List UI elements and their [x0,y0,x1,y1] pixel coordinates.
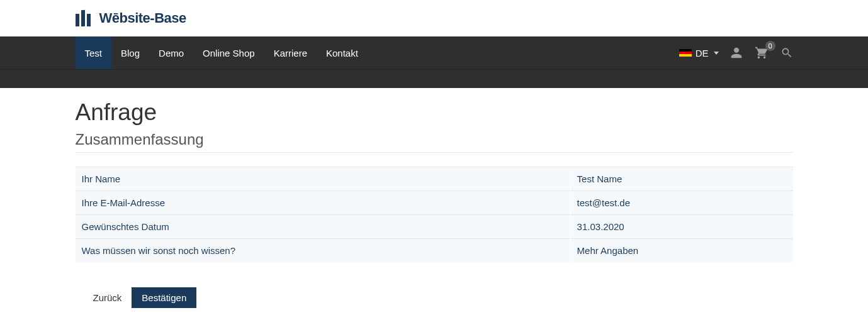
confirm-button[interactable]: Bestätigen [132,287,196,308]
form-actions: Zurück Bestätigen [76,287,793,308]
nav-item-blog[interactable]: Blog [111,36,149,69]
summary-value: Mehr Angaben [570,239,792,263]
nav-item-label: Online Shop [203,48,255,58]
summary-table: Ihr Name Test Name Ihre E-Mail-Adresse t… [76,167,793,262]
chevron-down-icon [714,52,719,55]
search-icon [781,47,793,59]
summary-label: Ihre E-Mail-Adresse [76,191,571,215]
nav-item-label: Karriere [274,48,307,58]
nav-item-list: Test Blog Demo Online Shop Karriere Kont… [76,36,368,69]
language-selector[interactable]: DE [679,48,719,58]
user-icon [730,47,743,59]
flag-de-icon [679,49,692,57]
table-row: Was müssen wir sonst noch wissen? Mehr A… [76,239,793,263]
language-label: DE [696,48,709,58]
page-subtitle: Zusammenfassung [76,131,793,153]
cart-count-badge: 0 [765,41,775,51]
nav-item-test[interactable]: Test [76,36,112,69]
brand-logo[interactable]: Wēbsite-Base [76,10,793,26]
main-nav: Test Blog Demo Online Shop Karriere Kont… [0,36,868,69]
summary-value: Test Name [570,167,792,191]
nav-item-kontakt[interactable]: Kontakt [317,36,368,69]
back-button[interactable]: Zurück [83,287,132,308]
sub-nav-bar [0,69,868,88]
page-title: Anfrage [76,99,793,126]
nav-item-online-shop[interactable]: Online Shop [193,36,264,69]
summary-label: Gewünschtes Datum [76,215,571,239]
user-account-button[interactable] [730,47,743,59]
nav-item-label: Kontakt [326,48,358,58]
nav-item-label: Test [85,48,103,58]
search-button[interactable] [781,47,793,59]
nav-item-label: Demo [159,48,184,58]
summary-value: test@test.de [570,191,792,215]
summary-label: Was müssen wir sonst noch wissen? [76,239,571,263]
logo-bars-icon [76,10,93,26]
table-row: Gewünschtes Datum 31.03.2020 [76,215,793,239]
summary-label: Ihr Name [76,167,571,191]
brand-name: Wēbsite-Base [99,10,186,26]
nav-item-label: Blog [121,48,140,58]
table-row: Ihre E-Mail-Adresse test@test.de [76,191,793,215]
nav-item-karriere[interactable]: Karriere [264,36,317,69]
cart-button[interactable]: 0 [754,46,769,60]
nav-item-demo[interactable]: Demo [149,36,193,69]
summary-value: 31.03.2020 [570,215,792,239]
table-row: Ihr Name Test Name [76,167,793,191]
